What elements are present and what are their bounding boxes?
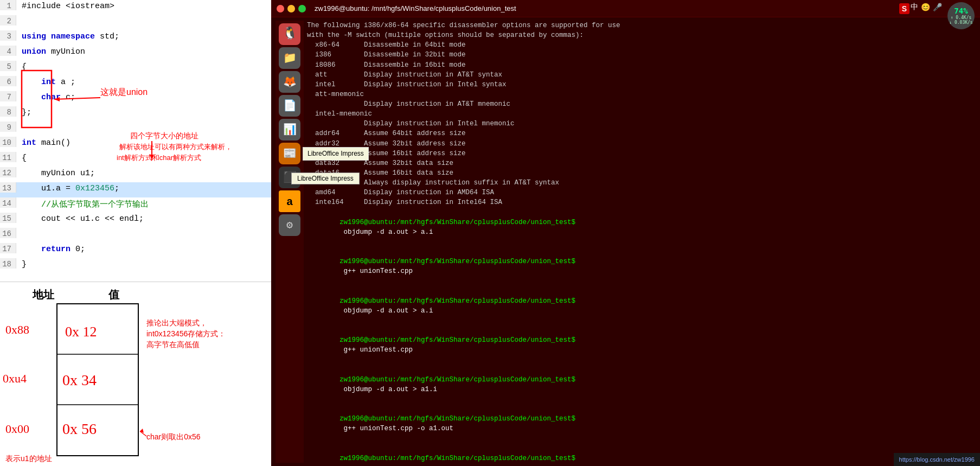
svg-line-8 — [140, 431, 146, 436]
code-line-16: 16 — [0, 228, 271, 243]
system-settings-icon[interactable]: ⚙ — [279, 214, 300, 236]
line-content: }; — [16, 106, 31, 117]
line-content: int a ; — [16, 76, 75, 87]
line-number: 18 — [0, 258, 16, 269]
footer-bar: https://blog.csdn.net/zw1996 — [894, 453, 980, 466]
terminal-output[interactable]: The following i386/x86-64 specific disas… — [304, 21, 976, 463]
terminal-prompt-line: zw1996@ubuntu:/mnt/hgfs/WinShare/cpluspl… — [307, 325, 976, 365]
network-widget: 74% ↑ 0.4K/s ↓ 0.03K/s — [947, 2, 975, 29]
line-number: 7 — [0, 91, 16, 101]
code-line-7: 7 char c; — [0, 91, 271, 106]
addr1: 0x88 — [5, 323, 29, 336]
terminal-line: Display instruction in AT&T mnemonic — [307, 99, 976, 109]
terminal-line: with the -M switch (multiple options sho… — [307, 30, 976, 40]
note3: 高字节在高低值 — [146, 340, 200, 349]
terminal-line: suffix Always display instruction suffix… — [307, 178, 976, 188]
code-line-9: 9 — [0, 122, 271, 137]
line-number: 6 — [0, 76, 16, 86]
writer-icon[interactable]: 📄 — [279, 95, 300, 117]
code-line-10: 10 int main() — [0, 137, 271, 152]
code-line-1: 1 #include <iostream> — [0, 0, 271, 15]
cmd-text: g++ unionTest.cpp -o a1.out — [340, 425, 453, 432]
line-content: { — [16, 152, 27, 163]
cmd-text: objdump -d a.out > a1.i — [340, 386, 437, 393]
terminal-panel: zw1996@ubuntu: /mnt/hgfs/WinShare/cplusp… — [271, 0, 980, 466]
prompt-text: zw1996@ubuntu:/mnt/hgfs/WinShare/cpluspl… — [340, 376, 575, 384]
prompt-text: zw1996@ubuntu:/mnt/hgfs/WinShare/cpluspl… — [340, 297, 575, 305]
line-number: 5 — [0, 61, 16, 71]
terminal-line: addr16 Assume 16bit address size — [307, 149, 976, 158]
note2: int0x123456存储方式： — [146, 329, 226, 338]
line-number: 10 — [0, 137, 16, 147]
terminal-line: i386 Disassemble in 32bit mode — [307, 50, 976, 60]
terminal-line: amd64 Display instruction in AMD64 ISA — [307, 188, 976, 197]
line-content — [16, 122, 27, 132]
terminal-line: i8086 Disassemble in 16bit mode — [307, 60, 976, 70]
net-up: ↑ 0.4K/s — [951, 15, 972, 20]
addr2: 0xu4 — [3, 372, 27, 385]
impress-icon[interactable]: 📰 LibreOffice Impress — [279, 143, 300, 164]
footer-url: https://blog.csdn.net/zw1996 — [899, 456, 975, 463]
terminal-line: intel-mnemonic — [307, 109, 976, 119]
prompt-text: zw1996@ubuntu:/mnt/hgfs/WinShare/cpluspl… — [340, 219, 575, 226]
line-number: 1 — [0, 0, 16, 10]
line-content: #include <iostream> — [16, 0, 114, 11]
code-line-6: 6 int a ; — [0, 76, 271, 91]
code-line-4: 4 union myUnion — [0, 46, 271, 61]
terminal-titlebar: zw1996@ubuntu: /mnt/hgfs/WinShare/cplusp… — [271, 0, 980, 17]
val2: 0x 34 — [62, 372, 97, 388]
amazon-icon[interactable]: a — [279, 190, 300, 212]
files-icon[interactable]: 📁 — [279, 47, 300, 69]
firefox-icon[interactable]: 🦊 — [279, 71, 300, 93]
code-line-17: 17 return 0; — [0, 243, 271, 258]
line-number: 14 — [0, 197, 16, 208]
code-line-8: 8 }; — [0, 106, 271, 122]
code-line-12: 12 myUnion u1; — [0, 167, 271, 182]
ubuntu-icon[interactable]: 🐧 — [279, 23, 300, 45]
net-dn: ↓ 0.03K/s — [949, 20, 972, 25]
svg-marker-9 — [140, 429, 144, 433]
line-content: cout << u1.c << endl; — [16, 213, 144, 224]
terminal-prompt-line: zw1996@ubuntu:/mnt/hgfs/WinShare/cpluspl… — [307, 443, 976, 463]
line-number: 17 — [0, 243, 16, 253]
terminal-line: data32 Assume 32bit data size — [307, 158, 976, 168]
memory-diagram: 地址 值 0x 12 0x 34 0x 56 0x88 0xu4 0x00 表示… — [0, 282, 271, 466]
note1: 推论出大端模式， — [146, 318, 207, 327]
prompt-text: zw1996@ubuntu:/mnt/hgfs/WinShare/cpluspl… — [340, 258, 575, 265]
prompt-text: zw1996@ubuntu:/mnt/hgfs/WinShare/cpluspl… — [340, 415, 575, 423]
close-button[interactable] — [277, 5, 284, 12]
tray-emoji: 😊 — [921, 3, 930, 11]
line-number: 12 — [0, 167, 16, 177]
line-number: 2 — [0, 15, 16, 25]
cmd-text: objdump -d a.out > a.i — [340, 307, 433, 315]
tray-lang: 中 — [911, 2, 918, 12]
code-line-18: 18 } — [0, 258, 271, 273]
libreoffice-tooltip: LibreOffice Impress — [291, 173, 360, 184]
terminal-line: Display instruction in Intel mnemonic — [307, 119, 976, 129]
sogou-icon[interactable]: S — [899, 3, 909, 14]
minimize-button[interactable] — [287, 5, 295, 12]
cmd-text: g++ unionTest.cpp — [340, 346, 413, 354]
note-char: char则取出0x56 — [146, 432, 201, 441]
line-content: union myUnion — [16, 46, 85, 56]
line-content: myUnion u1; — [16, 167, 95, 178]
line-number: 15 — [0, 213, 16, 223]
net-pct: 74% — [954, 7, 968, 15]
line-number: 9 — [0, 122, 16, 132]
line-content: } — [16, 258, 27, 269]
line-number: 16 — [0, 228, 16, 238]
terminal-line: addr64 Assume 64bit address size — [307, 129, 976, 138]
line-number: 8 — [0, 106, 16, 117]
terminal-prompt-line: zw1996@ubuntu:/mnt/hgfs/WinShare/cpluspl… — [307, 247, 976, 286]
val1: 0x 12 — [65, 324, 97, 340]
terminal-prompt-line: zw1996@ubuntu:/mnt/hgfs/WinShare/cpluspl… — [307, 365, 976, 404]
calc-icon[interactable]: 📊 — [279, 119, 300, 141]
terminal-line: The following i386/x86-64 specific disas… — [307, 21, 976, 30]
maximize-button[interactable] — [298, 5, 306, 12]
code-line-13: 13 u1.a = 0x123456; — [0, 182, 271, 197]
tray-mic: 🎤 — [933, 3, 942, 11]
terminal-line: att Display instruction in AT&T syntax — [307, 70, 976, 80]
sidebar-icons: 🐧 📁 🦊 📄 📊 📰 LibreOffice Impress ⬛ — [276, 21, 304, 463]
code-line-5: 5 { — [0, 61, 271, 76]
terminal-body: 🐧 📁 🦊 📄 📊 📰 LibreOffice Impress ⬛ — [271, 17, 980, 466]
